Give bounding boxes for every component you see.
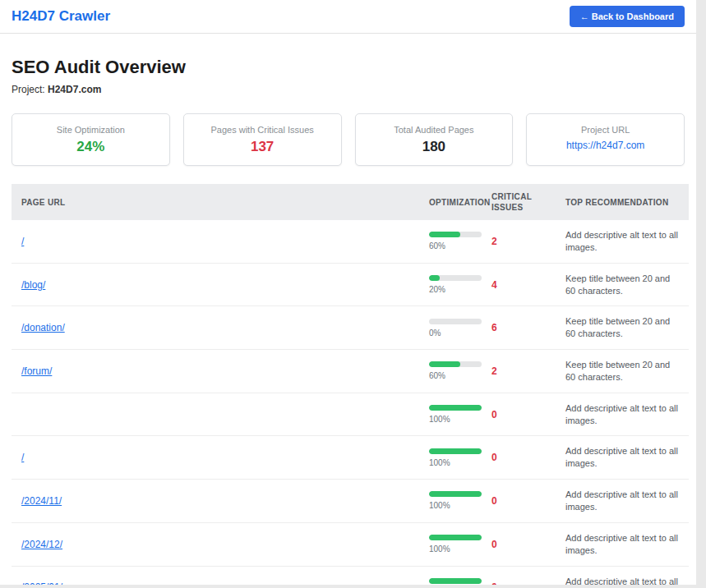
audit-table-header: PAGE URL OPTIMIZATION CRITICAL ISSUES TO… xyxy=(12,184,689,220)
page-url-link[interactable]: /donation/ xyxy=(21,322,65,333)
back-to-dashboard-button[interactable]: ← Back to Dashboard xyxy=(570,6,685,27)
page-url-link[interactable]: / xyxy=(21,452,24,463)
page-url-link[interactable]: /2025/01/ xyxy=(21,581,62,585)
table-row: /100%0Add descriptive alt text to all im… xyxy=(12,436,689,480)
page-url-link[interactable]: / xyxy=(21,236,24,247)
optimization-progress-bar xyxy=(429,491,482,497)
optimization-progress-bar xyxy=(429,232,482,237)
optimization-cell: 0% xyxy=(419,306,482,350)
column-header-critical-issues: CRITICAL ISSUES xyxy=(482,184,556,220)
critical-issues-count: 6 xyxy=(482,306,556,350)
page-url-cell: / xyxy=(12,220,419,263)
page-url-cell xyxy=(12,393,419,436)
stat-label: Pages with Critical Issues xyxy=(191,125,335,135)
project-name: H24D7.com xyxy=(48,84,101,95)
top-recommendation-text: Keep title between 20 and 60 characters. xyxy=(556,350,689,393)
optimization-cell: 100% xyxy=(419,436,482,480)
stat-value-critical-pages: 137 xyxy=(191,139,335,155)
table-row: /60%2Add descriptive alt text to all ima… xyxy=(12,220,689,263)
stat-label: Project URL xyxy=(533,125,677,135)
optimization-cell: 100% xyxy=(419,566,482,585)
audit-table: PAGE URL OPTIMIZATION CRITICAL ISSUES TO… xyxy=(12,184,689,585)
top-recommendation-text: Add descriptive alt text to all images. xyxy=(556,522,689,566)
top-recommendation-text: Keep title between 20 and 60 characters. xyxy=(556,306,689,350)
table-row: /blog/20%4Keep title between 20 and 60 c… xyxy=(12,263,689,306)
optimization-progress-fill xyxy=(429,361,460,367)
optimization-progress-bar xyxy=(429,578,482,584)
page-url-cell: /donation/ xyxy=(12,306,419,350)
project-label: Project: xyxy=(12,84,45,95)
stat-cards-row: Site Optimization 24% Pages with Critica… xyxy=(12,113,685,166)
optimization-percent-label: 20% xyxy=(429,285,472,294)
top-recommendation-text: Add descriptive alt text to all images. xyxy=(556,436,689,480)
optimization-cell: 60% xyxy=(419,220,482,263)
critical-issues-count: 4 xyxy=(482,263,556,306)
optimization-progress-bar xyxy=(429,361,482,367)
optimization-cell: 100% xyxy=(419,393,482,436)
app-window: H24D7 Crawler ← Back to Dashboard SEO Au… xyxy=(0,0,696,585)
critical-issues-count: 0 xyxy=(482,522,556,566)
stat-card-project-url: Project URL https://h24d7.com xyxy=(526,113,685,166)
stat-card-total-pages: Total Audited Pages 180 xyxy=(355,113,514,166)
table-row: /2024/11/100%0Add descriptive alt text t… xyxy=(12,480,689,523)
critical-issues-count: 0 xyxy=(482,393,556,436)
page-url-cell: /forum/ xyxy=(12,350,419,393)
page-url-link[interactable]: /forum/ xyxy=(21,365,52,377)
optimization-progress-fill xyxy=(429,535,482,540)
optimization-progress-bar xyxy=(429,448,482,454)
top-recommendation-text: Add descriptive alt text to all images. xyxy=(556,480,689,523)
optimization-progress-fill xyxy=(429,578,482,584)
optimization-progress-fill xyxy=(429,275,440,281)
optimization-cell: 100% xyxy=(419,480,482,523)
table-row: /forum/60%2Keep title between 20 and 60 … xyxy=(12,350,689,393)
optimization-percent-label: 60% xyxy=(429,371,472,380)
critical-issues-count: 2 xyxy=(482,350,556,393)
optimization-progress-fill xyxy=(429,405,482,411)
stat-card-critical-pages: Pages with Critical Issues 137 xyxy=(183,113,342,166)
top-recommendation-text: Add descriptive alt text to all images. xyxy=(556,393,689,436)
optimization-progress-fill xyxy=(429,491,482,497)
critical-issues-count: 2 xyxy=(482,220,556,263)
table-row: /donation/0%6Keep title between 20 and 6… xyxy=(12,306,689,350)
top-recommendation-text: Add descriptive alt text to all images. xyxy=(556,220,689,263)
page-url-cell: /blog/ xyxy=(12,263,419,306)
top-recommendation-text: Keep title between 20 and 60 characters. xyxy=(556,263,689,306)
optimization-percent-label: 100% xyxy=(429,544,472,554)
optimization-percent-label: 60% xyxy=(429,241,472,250)
top-recommendation-text: Add descriptive alt text to all images. xyxy=(556,566,689,585)
optimization-progress-bar xyxy=(429,535,482,540)
critical-issues-count: 0 xyxy=(482,566,556,585)
stat-card-site-optimization: Site Optimization 24% xyxy=(12,113,170,166)
optimization-percent-label: 0% xyxy=(429,328,472,338)
optimization-percent-label: 100% xyxy=(429,415,472,424)
page-url-link[interactable]: /blog/ xyxy=(21,279,45,291)
page-url-link[interactable]: /2024/12/ xyxy=(21,539,62,550)
top-bar: H24D7 Crawler ← Back to Dashboard xyxy=(0,0,696,34)
page-url-cell: /2025/01/ xyxy=(12,566,419,585)
optimization-cell: 60% xyxy=(419,350,482,393)
page-title: SEO Audit Overview xyxy=(12,57,685,78)
optimization-progress-fill xyxy=(429,448,482,454)
column-header-page-url: PAGE URL xyxy=(12,184,419,220)
page-url-link[interactable]: /2024/11/ xyxy=(21,495,62,507)
optimization-progress-bar xyxy=(429,405,482,411)
stat-value-total-pages: 180 xyxy=(362,139,506,155)
optimization-percent-label: 100% xyxy=(429,501,472,510)
audit-table-container: PAGE URL OPTIMIZATION CRITICAL ISSUES TO… xyxy=(12,184,685,585)
table-row: 100%0Add descriptive alt text to all ima… xyxy=(12,393,689,436)
stat-value-site-optimization: 24% xyxy=(19,139,163,155)
critical-issues-count: 0 xyxy=(482,480,556,523)
optimization-progress-bar xyxy=(429,319,482,324)
main-content: SEO Audit Overview Project: H24D7.com Si… xyxy=(0,57,696,585)
optimization-percent-label: 100% xyxy=(429,458,472,467)
project-url-link[interactable]: https://h24d7.com xyxy=(566,140,644,151)
stat-label: Site Optimization xyxy=(19,125,163,135)
app-brand-title[interactable]: H24D7 Crawler xyxy=(12,8,110,25)
project-subtitle: Project: H24D7.com xyxy=(12,84,685,95)
page-url-cell: /2024/12/ xyxy=(12,522,419,566)
stat-label: Total Audited Pages xyxy=(362,125,506,135)
column-header-top-recommendation: TOP RECOMMENDATION xyxy=(556,184,689,220)
critical-issues-count: 0 xyxy=(482,436,556,480)
audit-table-body: /60%2Add descriptive alt text to all ima… xyxy=(12,220,689,585)
optimization-progress-bar xyxy=(429,275,482,281)
